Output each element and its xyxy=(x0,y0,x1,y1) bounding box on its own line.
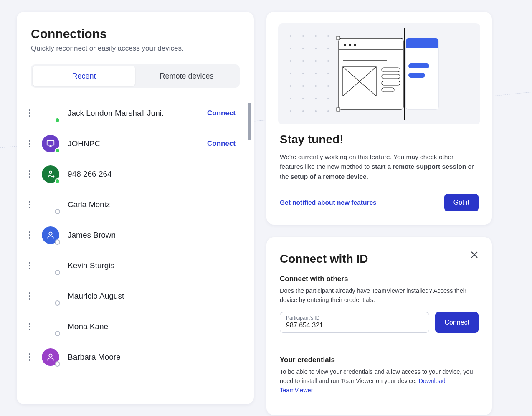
svg-point-21 xyxy=(327,73,329,74)
more-icon[interactable] xyxy=(23,353,36,361)
svg-rect-49 xyxy=(337,108,340,111)
connections-card: Connections Quickly reconnect or easily … xyxy=(17,12,254,404)
more-icon[interactable] xyxy=(23,323,36,330)
connect-others-heading: Connect with others xyxy=(280,275,479,283)
svg-point-8 xyxy=(315,35,317,37)
presence-indicator xyxy=(55,361,60,367)
svg-point-10 xyxy=(290,48,291,49)
connection-row[interactable]: Barbara Moore xyxy=(23,342,237,372)
more-icon[interactable] xyxy=(23,292,36,300)
svg-point-12 xyxy=(315,48,317,49)
connection-row[interactable]: James Brown xyxy=(23,220,237,250)
connection-name: Mona Kane xyxy=(65,322,237,331)
more-icon[interactable] xyxy=(23,231,36,239)
svg-point-20 xyxy=(315,73,317,74)
svg-point-15 xyxy=(302,60,304,62)
svg-point-3 xyxy=(49,171,52,173)
svg-point-23 xyxy=(302,85,304,87)
connect-link[interactable]: Connect xyxy=(205,137,237,150)
more-icon[interactable] xyxy=(23,262,36,269)
more-icon[interactable] xyxy=(23,201,36,208)
more-icon[interactable] xyxy=(23,109,36,117)
connection-name: JOHNPC xyxy=(65,139,200,148)
connections-list: Jack London Marshall Juni..ConnectJOHNPC… xyxy=(17,98,254,372)
svg-point-27 xyxy=(302,98,304,99)
svg-point-29 xyxy=(327,98,329,99)
connect-id-title: Connect with ID xyxy=(280,252,479,266)
connection-name: James Brown xyxy=(65,231,237,240)
svg-point-16 xyxy=(315,60,317,62)
svg-rect-0 xyxy=(47,140,54,145)
svg-rect-53 xyxy=(406,45,438,48)
svg-point-37 xyxy=(354,44,356,46)
scrollbar[interactable] xyxy=(248,103,251,140)
svg-point-28 xyxy=(315,98,317,99)
svg-point-36 xyxy=(349,44,351,46)
connection-name: Kevin Sturgis xyxy=(65,261,237,270)
svg-point-26 xyxy=(290,98,291,99)
svg-point-24 xyxy=(315,85,317,87)
presence-indicator xyxy=(55,209,60,214)
connection-name: Jack London Marshall Juni.. xyxy=(65,109,200,118)
connection-name: Mauricio August xyxy=(65,292,237,301)
stay-tuned-illustration xyxy=(278,23,480,124)
connection-name: 948 266 264 xyxy=(65,170,237,179)
got-it-button[interactable]: Got it xyxy=(444,194,479,211)
connection-row[interactable]: Mona Kane xyxy=(23,311,237,342)
svg-point-6 xyxy=(290,35,291,37)
svg-point-5 xyxy=(49,354,52,357)
tab-recent[interactable]: Recent xyxy=(33,66,135,86)
connect-with-id-card: Connect with ID Connect with others Does… xyxy=(266,237,492,415)
connection-row[interactable]: Jack London Marshall Juni..Connect xyxy=(23,98,237,128)
presence-indicator xyxy=(55,178,60,184)
connect-others-body: Does the participant already have TeamVi… xyxy=(280,287,479,305)
tab-remote-devices[interactable]: Remote devices xyxy=(135,66,238,86)
presence-indicator xyxy=(55,331,60,336)
presence-indicator xyxy=(55,239,60,245)
participant-id-field[interactable]: Participant's ID xyxy=(280,312,429,333)
svg-point-13 xyxy=(327,48,329,49)
credentials-body: To be able to view your credentials and … xyxy=(280,368,479,395)
divider xyxy=(266,345,492,345)
connect-link[interactable]: Connect xyxy=(205,107,237,120)
svg-point-18 xyxy=(290,73,291,74)
more-icon[interactable] xyxy=(23,140,36,147)
connection-row[interactable]: Mauricio August xyxy=(23,281,237,311)
svg-point-32 xyxy=(315,110,317,112)
svg-point-35 xyxy=(344,44,346,46)
connection-name: Barbara Moore xyxy=(65,353,237,362)
close-icon[interactable] xyxy=(469,250,479,260)
connection-row[interactable]: Kevin Sturgis xyxy=(23,250,237,281)
notify-link[interactable]: Get notified about new features xyxy=(280,199,377,206)
stay-tuned-title: Stay tuned! xyxy=(280,133,479,146)
stay-tuned-body: We're currently working on this feature.… xyxy=(280,152,479,181)
svg-point-19 xyxy=(302,73,304,74)
presence-indicator xyxy=(55,117,60,123)
connection-name: Carla Moniz xyxy=(65,200,237,209)
svg-point-33 xyxy=(327,110,329,112)
svg-point-17 xyxy=(327,60,329,62)
credentials-heading: Your credentials xyxy=(280,356,479,364)
participant-id-label: Participant's ID xyxy=(286,315,423,321)
connections-title: Connections xyxy=(17,27,254,44)
stay-tuned-card: Stay tuned! We're currently working on t… xyxy=(266,12,492,225)
svg-rect-54 xyxy=(408,63,429,68)
participant-id-input[interactable] xyxy=(286,322,423,329)
connection-row[interactable]: Carla Moniz xyxy=(23,189,237,220)
more-icon[interactable] xyxy=(23,170,36,178)
svg-rect-55 xyxy=(408,73,425,78)
connections-subtitle: Quickly reconnect or easily access your … xyxy=(17,44,254,64)
connect-button[interactable]: Connect xyxy=(435,312,479,333)
svg-point-11 xyxy=(302,48,304,49)
connection-row[interactable]: JOHNPCConnect xyxy=(23,128,237,159)
svg-point-7 xyxy=(302,35,304,37)
presence-indicator xyxy=(55,270,60,275)
connections-tabs: Recent Remote devices xyxy=(31,64,240,88)
svg-point-25 xyxy=(327,85,329,87)
connection-row[interactable]: 948 266 264 xyxy=(23,159,237,189)
svg-point-9 xyxy=(327,35,329,37)
svg-point-22 xyxy=(290,85,291,87)
presence-indicator xyxy=(55,148,60,153)
svg-rect-48 xyxy=(337,36,340,40)
svg-point-14 xyxy=(290,60,291,62)
